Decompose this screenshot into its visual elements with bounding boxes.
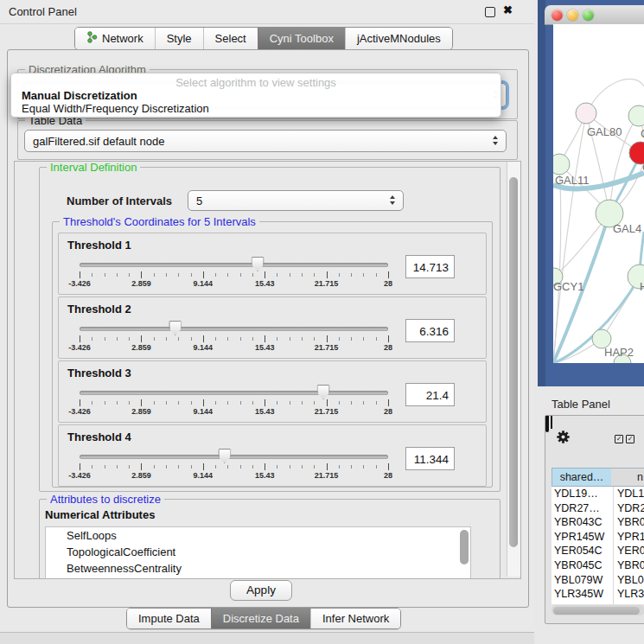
tab-label: Style [167,32,192,45]
table-row[interactable]: YER054CYER0 [552,544,644,558]
combo-value: galFiltered.sif default node [33,135,164,148]
threshold-3-panel: Threshold 3 -3.4262.8599.14415.4321.7152… [58,360,487,423]
list-item[interactable]: BetweennessCentrality [46,560,470,577]
tab-cyni-toolbox[interactable]: Cyni Toolbox [258,28,345,49]
network-node[interactable] [553,154,570,175]
slider-tick-labels: -3.4262.8599.14415.4321.71528 [80,279,388,290]
float-window-icon[interactable] [485,7,495,17]
table-row[interactable]: YIL052CYIL0 [552,602,644,604]
network-window-edge [538,0,545,386]
close-icon[interactable]: ✖ [503,3,513,16]
number-of-intervals-combobox[interactable]: 5 [188,190,404,211]
zoom-traffic-light[interactable] [583,10,594,21]
list-item[interactable]: SelfLoops [46,527,470,544]
network-canvas[interactable]: GAL80GCGAL11GAL4GCY1HHAP2 [553,24,644,363]
scrollbar-thumb[interactable] [553,607,640,615]
thresholds-group: Threshold's Coordinates for 5 Intervals … [52,221,493,488]
table-row[interactable]: YBR045CYBR0 [552,558,644,573]
slider-tick-labels: -3.4262.8599.14415.4321.71528 [80,407,388,418]
algorithm-dropdown-popup: Select algorithm to view settings Manual… [10,73,501,118]
network-node[interactable] [576,103,596,124]
panel-title: Control Panel [9,5,77,18]
tab-jactivemnodules[interactable]: jActiveMNodules [345,28,452,49]
threshold-1-value-field[interactable]: 14.713 [405,255,455,278]
slider-track[interactable] [80,455,388,459]
table-panel: Table Panel ✓ ✓ shared… [538,386,644,644]
network-node-label: GCY1 [553,280,583,293]
checkbox-icon[interactable]: ✓ [626,435,634,443]
network-node-label: H [640,280,644,293]
group-title: Interval Definition [47,161,140,174]
network-node[interactable] [628,105,644,126]
threshold-2-value-field[interactable]: 6.316 [405,319,455,342]
settings-scrollpane: Interval Definition Number of Intervals … [14,161,521,579]
tab-style[interactable]: Style [155,28,203,49]
close-traffic-light[interactable] [552,10,563,21]
numerical-attributes-list[interactable]: SelfLoops TopologicalCoefficient Between… [45,526,471,579]
list-scrollbar[interactable] [460,530,469,564]
network-node-label: GAL11 [555,174,590,187]
threshold-4-slider[interactable]: -3.4262.8599.14415.4321.71528 [80,425,388,486]
tab-label: Impute Data [138,612,200,625]
table-row[interactable]: YLR345WYLR3 [552,587,644,602]
threshold-2-slider[interactable]: -3.4262.8599.14415.4321.71528 [80,297,388,358]
threshold-1-slider[interactable]: -3.4262.8599.14415.4321.71528 [80,233,388,294]
apply-button[interactable]: Apply [230,580,292,601]
scrollbar-thumb[interactable] [509,177,518,547]
table-data-combobox[interactable]: galFiltered.sif default node [24,130,507,152]
network-edge[interactable] [553,164,561,363]
column-header-name[interactable]: n [611,469,644,486]
table-horizontal-scrollbar[interactable] [552,605,644,615]
threshold-3-value-field[interactable]: 21.4 [405,383,455,406]
network-node-label: HAP2 [604,346,634,359]
table-row[interactable]: YBL079WYBL0 [552,573,644,588]
control-panel-tabbar: Network Style Select Cyni Toolbox jActiv… [74,27,453,50]
tab-impute-data[interactable]: Impute Data [127,609,211,628]
tab-label: Cyni Toolbox [270,32,334,45]
table-panel-box: ✓ ✓ shared… n YDL19…YDL1 YDR27…YDR2 YBR0… [545,415,644,624]
numerical-attributes-label: Numerical Attributes [45,508,155,521]
column-layout-icon[interactable] [545,415,549,432]
threshold-3-slider[interactable]: -3.4262.8599.14415.4321.71528 [80,361,388,422]
slider-track[interactable] [80,391,388,395]
table-row[interactable]: YDR27…YDR2 [552,501,644,516]
threshold-4-panel: Threshold 4 -3.4262.8599.14415.4321.7152… [58,424,487,487]
tab-infer-network[interactable]: Infer Network [310,609,400,628]
slider-handle[interactable] [218,449,231,463]
table-panel-title: Table Panel [552,398,610,411]
tab-label: jActiveMNodules [357,32,441,45]
settings-scrollbar[interactable] [507,162,520,577]
minimize-traffic-light[interactable] [567,10,578,21]
list-item[interactable]: TopologicalCoefficient [46,544,470,560]
table-row[interactable]: YBR043CYBR0 [552,515,644,530]
checkbox-icon[interactable]: ✓ [615,435,623,443]
threshold-4-value-field[interactable]: 11.344 [405,447,455,470]
column-header-shared-name[interactable]: shared… [552,469,612,486]
dropdown-prompt: Select algorithm to view settings [11,76,501,89]
tab-select[interactable]: Select [203,28,258,49]
tab-discretize-data[interactable]: Discretize Data [211,609,310,628]
table-header: shared… n [552,468,644,487]
dropdown-option-manual-discretization[interactable]: Manual Discretization [13,89,499,102]
tab-label: Discretize Data [223,612,299,625]
slider-handle[interactable] [169,321,182,335]
table-row[interactable]: YPR145WYPR1 [552,530,644,545]
network-window-titlebar[interactable] [545,5,644,25]
control-panel-titlebar: Control Panel ✖ [0,0,534,24]
gear-icon[interactable] [556,430,571,448]
control-panel: Control Panel ✖ Network Style [0,0,534,644]
group-title: Threshold's Coordinates for 5 Intervals [60,215,259,228]
dropdown-option-equal-width-frequency[interactable]: Equal Width/Frequency Discretization [13,102,499,115]
slider-track[interactable] [80,263,388,267]
slider-handle[interactable] [317,385,330,399]
network-graph[interactable]: GAL80GCGAL11GAL4GCY1HHAP2 [553,24,644,363]
slider-tick-labels: -3.4262.8599.14415.4321.71528 [80,471,388,481]
slider-ticks [80,399,388,407]
tab-network[interactable]: Network [75,28,155,49]
table-row[interactable]: YDL19…YDL1 [552,487,644,501]
slider-handle[interactable] [252,257,265,271]
network-view-window: GAL80GCGAL11GAL4GCY1HHAP2 [538,0,644,386]
number-of-intervals-label: Number of Intervals [67,194,172,207]
combo-arrows-icon [492,136,500,146]
slider-track[interactable] [80,327,388,331]
